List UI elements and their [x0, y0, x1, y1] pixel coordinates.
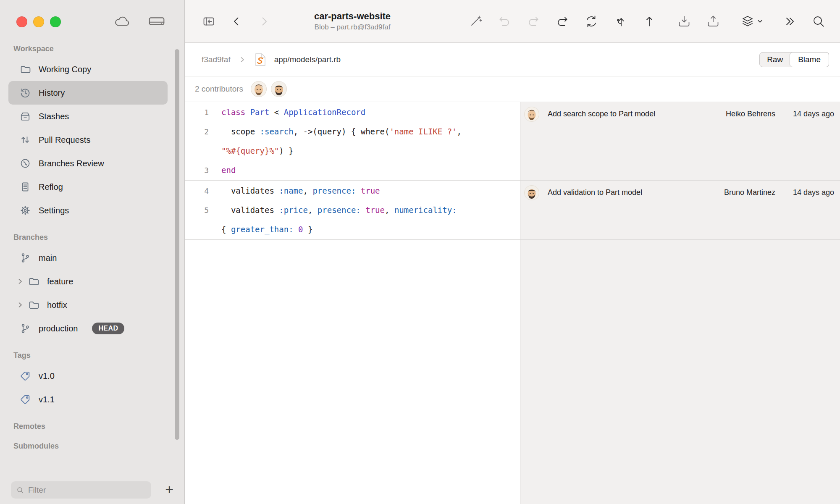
double-chevron-icon [782, 14, 797, 29]
blame-annotation[interactable]: Add search scope to Part model Heiko Beh… [520, 102, 840, 180]
commit-author: Bruno Martinez [724, 185, 775, 197]
toolbar: car-parts-website Blob – part.rb@f3ad9fa… [185, 0, 840, 43]
sync-arrows-icon [584, 14, 599, 29]
avatar-heiko[interactable] [251, 81, 267, 97]
search-button[interactable] [810, 13, 827, 30]
open-repo-icon [201, 14, 216, 29]
sidebar-item-tag-v1-0[interactable]: v1.0 [8, 364, 168, 388]
filter-input[interactable] [28, 486, 146, 495]
sidebar-item-settings[interactable]: Settings [8, 199, 168, 222]
blame-annotation[interactable]: Add validation to Part model Bruno Marti… [520, 181, 840, 239]
code-block: 4 validates :name, presence: true 5 vali… [185, 181, 520, 239]
cloud-icon [113, 15, 131, 28]
toolbar-right-group [467, 13, 827, 30]
sidebar-item-label: Branches Review [39, 159, 104, 168]
blame-tab[interactable]: Blame [790, 52, 829, 67]
sidebar-item-history[interactable]: History [8, 81, 168, 105]
checkout-button[interactable] [554, 13, 571, 30]
path-bar: f3ad9faf app/models/part.rb Raw Blame [185, 43, 840, 76]
cloud-accounts-button[interactable] [113, 15, 131, 28]
sidebar-item-pull-requests[interactable]: Pull Requests [8, 128, 168, 152]
sidebar-item-branch-main[interactable]: main [8, 246, 168, 270]
branch-icon [19, 252, 31, 264]
back-button[interactable] [228, 13, 245, 30]
search-icon [16, 486, 24, 494]
code-line-wrap: { greater_than: 0 } [185, 220, 520, 239]
undo-button[interactable] [496, 13, 513, 30]
sidebar-item-branch-production[interactable]: production HEAD [8, 317, 168, 340]
code-line: 1 class Part < ApplicationRecord [185, 102, 520, 122]
sidebar-item-label: Stashes [39, 112, 69, 121]
sidebar-item-tag-v1-1[interactable]: v1.1 [8, 388, 168, 411]
sidebar-scrollbar[interactable] [175, 49, 179, 440]
sidebar-item-label: Settings [39, 206, 69, 215]
add-button[interactable]: + [163, 482, 175, 498]
code-line: 3 end [185, 160, 520, 180]
blame-hunk[interactable]: 4 validates :name, presence: true 5 vali… [185, 180, 840, 240]
head-badge: HEAD [92, 323, 124, 334]
push-button[interactable] [640, 13, 658, 30]
sidebar-item-label: History [39, 88, 65, 98]
line-number: 3 [185, 166, 209, 175]
avatar-bruno [524, 185, 539, 200]
tray-down-icon [677, 14, 692, 29]
arrow-up-icon [642, 14, 657, 29]
breadcrumb-commit[interactable]: f3ad9faf [202, 55, 231, 64]
sidebar-item-label: Working Copy [39, 65, 91, 74]
code-text: validates :price, presence: true, numeri… [221, 205, 457, 215]
sidebar-item-working-copy[interactable]: Working Copy [8, 58, 168, 81]
open-repo-button[interactable] [200, 13, 218, 30]
redo-button[interactable] [525, 13, 542, 30]
merge-arrow-icon [613, 14, 628, 29]
merge-button[interactable] [612, 13, 629, 30]
contributors-count: 2 contributors [195, 84, 243, 94]
code-text: scope :search, ->(query) { where('name I… [221, 127, 462, 136]
forward-button[interactable] [255, 13, 273, 30]
stash-button[interactable] [675, 13, 693, 30]
sidebar-item-label: Pull Requests [39, 135, 90, 145]
avatar-heiko [524, 107, 539, 122]
avatar-bruno[interactable] [271, 81, 287, 97]
raw-tab[interactable]: Raw [760, 52, 790, 67]
tag-icon [19, 370, 31, 382]
sidebar-item-label: v1.0 [39, 371, 55, 381]
sidebar-item-reflog[interactable]: Reflog [8, 175, 168, 199]
apply-stash-button[interactable] [704, 13, 722, 30]
chevron-right-icon[interactable] [17, 302, 24, 308]
minimize-window-button[interactable] [33, 16, 44, 27]
ruby-file-icon [254, 52, 267, 67]
code-text: "%#{query}%") } [221, 146, 294, 155]
sidebar: Workspace Working Copy History Stashes P… [0, 0, 185, 504]
filter-field[interactable] [11, 481, 151, 499]
sidebar-item-branch-folder-hotfix[interactable]: hotfix [8, 293, 168, 317]
contributor-avatars [251, 81, 287, 97]
section-title-tags: Tags [13, 351, 168, 360]
blame-pane-empty [520, 240, 840, 504]
breadcrumb-file-path[interactable]: app/models/part.rb [274, 55, 341, 64]
commit-message: Add validation to Part model [548, 185, 724, 197]
chevron-right-icon[interactable] [17, 278, 24, 285]
layers-menu-button[interactable] [739, 13, 764, 30]
code-line: 2 scope :search, ->(query) { where('name… [185, 122, 520, 141]
commit-message: Add search scope to Part model [548, 107, 726, 118]
sidebar-item-label: feature [47, 277, 73, 286]
quick-actions-button[interactable] [467, 13, 484, 30]
code-line: 4 validates :name, presence: true [185, 181, 520, 200]
code-text: class Part < ApplicationRecord [221, 108, 365, 117]
sync-button[interactable] [583, 13, 600, 30]
local-repositories-button[interactable] [148, 15, 165, 28]
blame-hunk[interactable]: 1 class Part < ApplicationRecord 2 scope… [185, 102, 840, 180]
zoom-window-button[interactable] [50, 16, 61, 27]
tag-icon [19, 394, 31, 405]
sidebar-item-stashes[interactable]: Stashes [8, 105, 168, 128]
close-window-button[interactable] [16, 16, 27, 27]
overflow-button[interactable] [781, 13, 798, 30]
chevron-right-icon [239, 56, 246, 63]
drive-icon [148, 15, 165, 28]
sidebar-item-branches-review[interactable]: Branches Review [8, 152, 168, 175]
layers-icon [740, 14, 755, 29]
contributors-bar: 2 contributors [185, 76, 840, 102]
content-filler [185, 240, 840, 504]
folder-icon [28, 299, 39, 311]
sidebar-item-branch-folder-feature[interactable]: feature [8, 270, 168, 293]
